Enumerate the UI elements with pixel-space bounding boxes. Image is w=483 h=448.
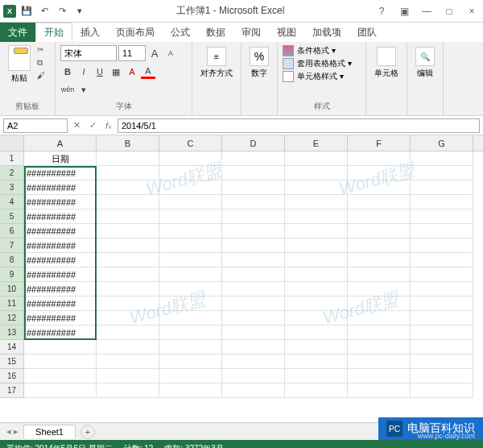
cell[interactable]	[97, 355, 159, 369]
qat-dropdown-icon[interactable]: ▾	[72, 4, 87, 19]
cell[interactable]	[97, 195, 159, 209]
fill-color-icon[interactable]: A	[125, 64, 139, 79]
conditional-format-button[interactable]: 条件格式 ▾	[283, 45, 361, 56]
cell[interactable]	[97, 180, 159, 195]
cell[interactable]	[159, 326, 222, 340]
shrink-font-icon[interactable]: A	[163, 46, 178, 60]
cell[interactable]	[411, 195, 473, 209]
cell[interactable]	[222, 369, 285, 384]
tab-layout[interactable]: 页面布局	[108, 23, 163, 42]
cell[interactable]	[285, 369, 348, 384]
row-header[interactable]: 5	[0, 209, 24, 224]
cell[interactable]	[411, 326, 473, 340]
cell[interactable]	[348, 384, 411, 398]
cell[interactable]	[97, 297, 159, 311]
cell[interactable]: ##########	[24, 326, 97, 340]
cell[interactable]	[222, 282, 285, 297]
row-header[interactable]: 10	[0, 282, 24, 297]
cell[interactable]	[411, 369, 473, 384]
sheet-tab-1[interactable]: Sheet1	[23, 425, 76, 438]
cell[interactable]	[159, 209, 222, 224]
help-button[interactable]: ?	[374, 3, 390, 19]
col-header-e[interactable]: E	[285, 135, 348, 151]
row-header[interactable]: 15	[0, 355, 24, 369]
tab-addins[interactable]: 加载项	[304, 23, 349, 42]
number-button[interactable]: % 数字	[246, 45, 272, 81]
cell[interactable]	[222, 297, 285, 311]
cell[interactable]	[348, 166, 411, 180]
cell[interactable]	[348, 282, 411, 297]
format-painter-icon[interactable]: 🖌	[37, 71, 50, 82]
table-format-button[interactable]: 套用表格格式 ▾	[283, 58, 361, 69]
cell[interactable]	[24, 355, 97, 369]
cell[interactable]	[97, 340, 159, 355]
cell[interactable]	[222, 311, 285, 326]
cell[interactable]	[348, 340, 411, 355]
name-box[interactable]: A2	[3, 118, 68, 133]
cell[interactable]: ##########	[24, 209, 97, 224]
cell[interactable]	[97, 151, 159, 166]
cell[interactable]	[348, 253, 411, 268]
col-header-g[interactable]: G	[411, 135, 473, 151]
cell[interactable]: ##########	[24, 166, 97, 180]
cell[interactable]: ##########	[24, 282, 97, 297]
cell[interactable]	[285, 384, 348, 398]
cell[interactable]	[97, 268, 159, 282]
cell[interactable]	[285, 268, 348, 282]
fx-icon[interactable]: fₓ	[101, 118, 116, 133]
cell[interactable]	[222, 268, 285, 282]
cell[interactable]	[411, 384, 473, 398]
cell[interactable]: ##########	[24, 268, 97, 282]
row-header[interactable]: 16	[0, 369, 24, 384]
cell[interactable]	[411, 355, 473, 369]
cell[interactable]	[285, 340, 348, 355]
cell[interactable]	[159, 369, 222, 384]
cells-button[interactable]: 单元格	[371, 45, 402, 81]
tab-file[interactable]: 文件	[0, 23, 35, 42]
minimize-button[interactable]: —	[419, 3, 435, 19]
maximize-button[interactable]: □	[441, 3, 457, 19]
cell[interactable]	[348, 180, 411, 195]
tab-formulas[interactable]: 公式	[163, 23, 198, 42]
cell[interactable]	[411, 224, 473, 239]
tab-home[interactable]: 开始	[35, 23, 72, 42]
cell[interactable]: ##########	[24, 195, 97, 209]
col-header-b[interactable]: B	[97, 135, 159, 151]
cell[interactable]	[159, 297, 222, 311]
cell[interactable]	[159, 311, 222, 326]
cell[interactable]	[411, 282, 473, 297]
row-header[interactable]: 1	[0, 151, 24, 166]
cell[interactable]	[348, 239, 411, 253]
cell[interactable]	[222, 209, 285, 224]
cell[interactable]	[97, 239, 159, 253]
cell[interactable]	[348, 224, 411, 239]
cell[interactable]	[285, 195, 348, 209]
cell[interactable]: ##########	[24, 180, 97, 195]
row-header[interactable]: 13	[0, 326, 24, 340]
cell[interactable]	[97, 384, 159, 398]
find-button[interactable]: 🔍 编辑	[412, 45, 438, 81]
font-color-icon[interactable]: A	[141, 64, 155, 79]
cell[interactable]	[285, 282, 348, 297]
cell[interactable]	[411, 311, 473, 326]
cell[interactable]	[285, 180, 348, 195]
cell[interactable]	[285, 239, 348, 253]
cell[interactable]	[159, 384, 222, 398]
cell[interactable]	[222, 151, 285, 166]
enter-icon[interactable]: ✓	[85, 118, 100, 133]
cell[interactable]	[159, 282, 222, 297]
redo-icon[interactable]: ↷	[55, 4, 69, 19]
cell[interactable]	[159, 224, 222, 239]
cell[interactable]	[222, 253, 285, 268]
row-header[interactable]: 7	[0, 239, 24, 253]
col-header-f[interactable]: F	[348, 135, 411, 151]
cancel-icon[interactable]: ✕	[69, 118, 84, 133]
cell[interactable]	[24, 369, 97, 384]
tab-review[interactable]: 审阅	[233, 23, 269, 42]
cells-area[interactable]: 日期######################################…	[24, 151, 483, 398]
cell[interactable]	[285, 166, 348, 180]
cell[interactable]	[159, 166, 222, 180]
save-icon[interactable]: 💾	[19, 4, 34, 19]
cell[interactable]	[222, 355, 285, 369]
ruby-icon[interactable]: wén	[60, 82, 75, 97]
